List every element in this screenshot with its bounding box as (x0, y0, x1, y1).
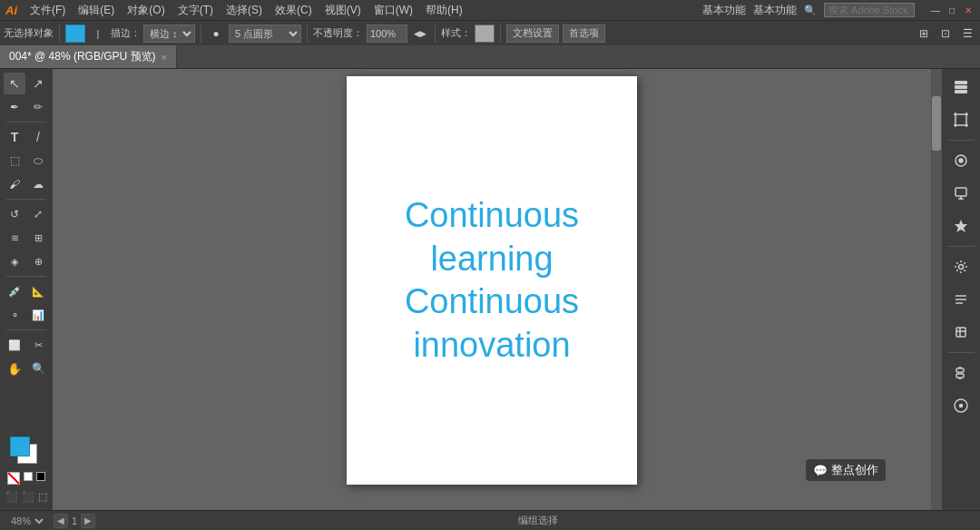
slice-tool[interactable]: ✂ (27, 334, 49, 356)
menu-type[interactable]: 文字(T) (172, 3, 219, 18)
lt-row-9: 💉 📐 (4, 280, 49, 302)
toolbar-divider-3 (307, 25, 308, 43)
lt-row-5: 🖌 ☁ (4, 173, 49, 195)
hand-tool[interactable]: ✋ (4, 358, 25, 379)
gradient-icon[interactable]: ⬛ (22, 491, 34, 503)
close-button[interactable]: ✕ (962, 4, 975, 16)
pen-tool[interactable]: ✒ (4, 96, 25, 118)
free-transform-tool[interactable]: ⊞ (27, 227, 49, 249)
blob-brush-tool[interactable]: ☁ (27, 173, 49, 195)
pencil-tool[interactable]: ✏ (27, 96, 49, 118)
foreground-color-swatch[interactable] (10, 437, 30, 456)
cc-libraries-button[interactable] (946, 318, 975, 347)
ellipse-tool[interactable]: ⬭ (27, 150, 49, 172)
vertical-scrollbar[interactable] (931, 69, 942, 510)
measure-tool[interactable]: 📐 (27, 280, 49, 302)
preferences-button[interactable]: 首选项 (563, 25, 605, 43)
rp-divider-2 (947, 246, 975, 247)
tab-close-button[interactable]: × (162, 52, 167, 63)
right-panel (942, 69, 980, 510)
brush-shape-select[interactable]: 5 点圆形 (229, 25, 301, 43)
doc-settings-button[interactable]: 文档设置 (506, 25, 559, 43)
zoom-tool[interactable]: 🔍 (27, 358, 49, 379)
black-swatch[interactable] (36, 472, 45, 481)
maximize-button[interactable]: □ (946, 4, 958, 16)
eyedropper-tool[interactable]: 💉 (4, 280, 25, 302)
status-bar: 48% ◀ 1 ▶ 编组选择 (0, 510, 980, 530)
line-tool[interactable]: / (27, 126, 49, 148)
direct-selection-tool[interactable]: ↗ (27, 73, 49, 94)
next-page-button[interactable]: ▶ (81, 514, 95, 528)
style-color[interactable] (475, 25, 495, 43)
stroke-group: 描边： 横边 ↕ (111, 25, 195, 43)
prev-page-button[interactable]: ◀ (54, 514, 68, 528)
page-nav: ◀ 1 ▶ (54, 514, 95, 528)
workspace-label[interactable]: 基本功能 (702, 3, 746, 18)
menu-edit[interactable]: 编辑(E) (73, 3, 120, 18)
white-swatch[interactable] (24, 472, 33, 481)
document-tab[interactable]: 004* @ 48% (RGB/GPU 预览) × (0, 45, 177, 68)
rp-divider-3 (947, 352, 975, 353)
svg-rect-22 (956, 328, 965, 337)
lt-divider-1 (6, 122, 46, 123)
scroll-thumb[interactable] (932, 96, 941, 151)
rotate-tool[interactable]: ↺ (4, 203, 25, 225)
none-swatch[interactable] (7, 472, 20, 485)
lt-row-8: ◈ ⊕ (4, 250, 49, 272)
layers-panel-button[interactable] (946, 73, 975, 102)
minimize-button[interactable]: — (929, 4, 942, 16)
lt-row-10: ⚬ 📊 (4, 304, 49, 326)
properties-panel-button[interactable] (946, 285, 975, 314)
discover-panel-button[interactable] (946, 391, 975, 420)
opacity-input[interactable] (367, 25, 407, 43)
search-icon: 🔍 (804, 5, 817, 16)
menu-window[interactable]: 窗口(W) (368, 3, 418, 18)
asset-export-button[interactable] (946, 179, 975, 208)
menu-help[interactable]: 帮助(H) (420, 3, 468, 18)
opacity-arrow[interactable]: ◀▶ (411, 25, 429, 43)
zoom-select[interactable]: 48% (7, 515, 46, 527)
panel-toggle-icon[interactable]: ⊞ (915, 25, 933, 43)
shape-builder-tool[interactable]: ◈ (4, 250, 25, 272)
toolbar-divider-5 (500, 25, 501, 43)
svg-rect-14 (956, 188, 966, 196)
hamburger-icon[interactable]: ☰ (958, 25, 976, 43)
main-area: ↖ ↗ ✒ ✏ T / ⬚ ⬭ 🖌 ☁ ↺ ⤢ ≋ ⊞ ◈ (0, 69, 980, 510)
rp-divider-1 (947, 140, 975, 141)
document-canvas: Continuous learning Continuous innovatio… (347, 76, 637, 485)
menu-bar: Ai 文件(F) 编辑(E) 对象(O) 文字(T) 选择(S) 效果(C) 视… (0, 0, 980, 20)
artboard-panel-button[interactable] (946, 105, 975, 134)
lt-row-3: T / (4, 126, 49, 148)
live-paint-tool[interactable]: ⊕ (27, 250, 49, 272)
rectangle-tool[interactable]: ⬚ (4, 150, 25, 172)
color-mode-icon[interactable]: ⬛ (5, 491, 18, 503)
scale-tool[interactable]: ⤢ (27, 203, 49, 225)
edit-mode-label: 编组选择 (518, 515, 558, 525)
type-tool[interactable]: T (4, 126, 25, 148)
menu-right-area: 基本功能 基本功能 🔍 — □ ✕ (702, 3, 975, 18)
settings-panel-button[interactable] (946, 252, 975, 281)
adobe-stock-search[interactable] (824, 3, 915, 17)
text-line-2: learning (405, 238, 579, 281)
none-icon[interactable]: ⬚ (38, 491, 47, 503)
menu-object[interactable]: 对象(O) (122, 3, 170, 18)
symbol-sprayer-tool[interactable]: ⚬ (4, 304, 25, 326)
menu-file[interactable]: 文件(F) (24, 3, 71, 18)
appearance-panel-button[interactable] (946, 146, 975, 175)
graph-tool[interactable]: 📊 (27, 304, 49, 326)
symbols-panel-button[interactable] (946, 211, 975, 240)
lt-divider-4 (6, 329, 46, 330)
artboard-tool[interactable]: ⬜ (4, 334, 25, 356)
warp-tool[interactable]: ≋ (4, 227, 25, 249)
lt-row-2: ✒ ✏ (4, 96, 49, 118)
fill-color[interactable] (65, 25, 85, 43)
svg-rect-2 (955, 90, 967, 93)
paintbrush-tool[interactable]: 🖌 (4, 173, 25, 195)
stroke-select[interactable]: 横边 ↕ (143, 25, 195, 43)
menu-view[interactable]: 视图(V) (319, 3, 367, 18)
menu-select[interactable]: 选择(S) (220, 3, 268, 18)
selection-tool[interactable]: ↖ (4, 73, 25, 94)
panel-icon-2[interactable]: ⊡ (936, 25, 955, 43)
extra-panel-button[interactable] (946, 358, 975, 388)
menu-effect[interactable]: 效果(C) (270, 3, 318, 18)
